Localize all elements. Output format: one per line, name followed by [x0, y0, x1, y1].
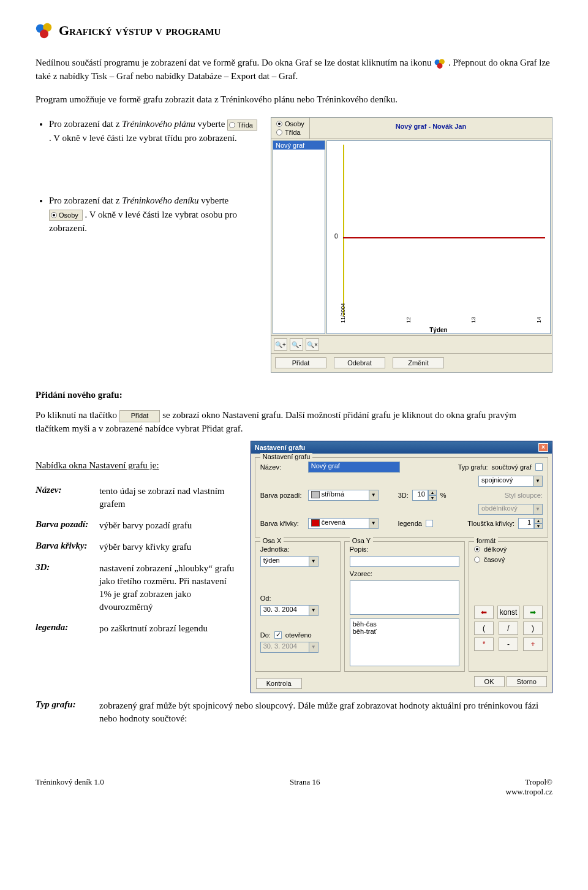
footer-right: Tropol© www.tropol.cz — [506, 777, 552, 797]
def-typ-d: zobrazený graf může být spojnicový nebo … — [99, 699, 552, 725]
radio-trida[interactable]: Třída — [276, 129, 304, 136]
subheading-add-graph: Přidání nového grafu: — [36, 390, 552, 400]
def-3d-t: 3D: — [36, 562, 97, 572]
bullet-denik: Pro zobrazení dat z Tréninkového deníku … — [49, 194, 257, 235]
def-nazev-t: Název: — [36, 485, 97, 495]
legend-checkbox[interactable] — [426, 520, 433, 527]
format-time-radio[interactable] — [474, 557, 480, 563]
close-icon[interactable]: × — [538, 443, 548, 452]
linecolor-dropdown[interactable]: červená▼ — [308, 518, 379, 529]
ok-button[interactable]: OK — [474, 676, 505, 687]
line-width-spinner[interactable]: 1▲▼ — [518, 518, 543, 529]
def-3d-d: nastavení zobrazení „hloubky“ grafu jako… — [99, 562, 237, 614]
graph-caption: Nový graf - Novák Jan — [310, 118, 552, 139]
zoom-out-icon[interactable]: 🔍- — [290, 338, 303, 351]
radio-trida-inline[interactable]: Třída — [227, 120, 257, 131]
sum-graph-checkbox[interactable] — [535, 463, 543, 471]
remove-button[interactable]: Odebrat — [334, 357, 385, 368]
def-typ-t: Typ grafu: — [36, 699, 97, 710]
minus-button[interactable]: - — [499, 637, 518, 651]
graph-plot[interactable]: 0 11/2004 12 13 14 Týden — [326, 140, 551, 334]
arrow-right-button[interactable]: ➡ — [523, 606, 543, 619]
pridat-button-inline[interactable]: Přidat — [119, 410, 160, 422]
def-bpozadi-t: Barva pozadí: — [36, 519, 97, 530]
intro-paragraph-1: Nedílnou součástí programu je zobrazení … — [36, 56, 552, 83]
date-to: 30. 3. 2004▼ — [260, 642, 318, 653]
date-from[interactable]: 30. 3. 2004▼ — [260, 605, 318, 616]
graph-list[interactable]: Nový graf — [273, 140, 325, 334]
graph-icon — [434, 58, 446, 69]
app-logo-icon — [36, 22, 53, 39]
def-nazev-d: tento údaj se zobrazí nad vlastním grafe… — [99, 485, 237, 511]
def-bkrivky-t: Barva křivky: — [36, 541, 97, 551]
radio-osoby[interactable]: Osoby — [276, 120, 304, 127]
footer-left: Tréninkový deník 1.0 — [36, 777, 104, 797]
name-input[interactable]: Nový graf — [308, 462, 400, 473]
lparen-button[interactable]: ( — [474, 622, 494, 635]
intro-paragraph-2: Program umožňuje ve formě grafu zobrazit… — [36, 93, 552, 107]
menu-line: Nabídka okna Nastavení grafu je: — [36, 459, 237, 473]
konst-button[interactable]: konst — [497, 606, 519, 619]
bgcolor-dropdown[interactable]: stříbrná▼ — [308, 490, 379, 501]
def-bpozadi-d: výběr barvy pozadí grafu — [99, 519, 237, 532]
column-style-dropdown: obdélníkový▼ — [478, 504, 543, 515]
change-button[interactable]: Změnit — [393, 357, 444, 368]
footer-center: Strana 16 — [290, 777, 320, 797]
radio-osoby-inline[interactable]: Osoby — [49, 210, 83, 221]
popis-input[interactable] — [350, 556, 459, 567]
mul-button[interactable]: * — [474, 637, 494, 651]
bullet-plan: Pro zobrazení dat z Tréninkového plánu v… — [49, 117, 257, 145]
rparen-button[interactable]: ) — [523, 622, 543, 635]
add-graph-paragraph: Po kliknutí na tlačítko Přidat se zobraz… — [36, 409, 552, 436]
format-length-radio[interactable] — [474, 546, 480, 552]
kontrola-button[interactable]: Kontrola — [256, 678, 302, 689]
graph-window: Osoby Třída Nový graf - Novák Jan Nový g… — [271, 117, 552, 373]
zoom-in-icon[interactable]: 🔍+ — [274, 338, 287, 351]
dialog-title: Nastavení grafu — [255, 444, 306, 451]
plus-button[interactable]: + — [523, 637, 543, 651]
arrow-left-button[interactable]: ⬅ — [474, 606, 494, 619]
def-legenda-d: po zaškrtnutí zobrazí legendu — [99, 622, 237, 635]
def-legenda-t: legenda: — [36, 622, 97, 633]
var-listbox[interactable]: běh-čas běh-trať — [350, 618, 459, 666]
page-title: Grafický výstup v programu — [59, 23, 221, 39]
graph-type-dropdown[interactable]: spojnicový▼ — [478, 476, 543, 487]
slash-button[interactable]: / — [499, 622, 518, 635]
open-checkbox[interactable]: ✓ — [274, 631, 282, 639]
zoom-reset-icon[interactable]: 🔍× — [306, 338, 319, 351]
3d-spinner[interactable]: 10▲▼ — [412, 490, 437, 501]
formula-textarea[interactable] — [350, 580, 459, 615]
def-bkrivky-d: výběr barvy křivky grafu — [99, 541, 237, 553]
storno-button[interactable]: Storno — [507, 676, 547, 687]
list-item: Nový graf — [273, 141, 325, 150]
add-button[interactable]: Přidat — [275, 357, 326, 368]
unit-dropdown[interactable]: týden▼ — [260, 556, 318, 567]
settings-dialog: Nastavení grafu × Nastavení grafu Název:… — [251, 441, 552, 693]
